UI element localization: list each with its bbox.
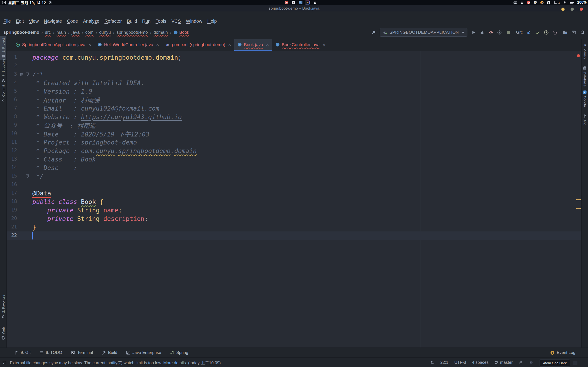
editor-tab[interactable]: CHelloWorldController.java× — [95, 39, 162, 51]
tool-stripe-commit[interactable]: Commit — [0, 83, 6, 104]
close-icon[interactable]: × — [266, 42, 269, 47]
caret-position[interactable]: 22:1 — [440, 360, 448, 365]
debug-bug-icon[interactable] — [480, 30, 485, 35]
code-line[interactable]: 21} — [7, 223, 581, 232]
tool-stripe-2-favorites[interactable]: 2: Favorites — [0, 293, 6, 320]
close-icon[interactable]: × — [322, 42, 325, 47]
file-encoding[interactable]: UTF-8 — [454, 360, 466, 365]
build-hammer-icon[interactable] — [371, 30, 376, 35]
wifi-icon[interactable] — [563, 1, 567, 5]
code-line[interactable]: 15 */ — [7, 172, 581, 181]
menu-code[interactable]: Code — [65, 18, 81, 26]
system-clock[interactable]: 星期二 五月 19, 14:12 — [8, 0, 46, 5]
cloud-sync-icon[interactable] — [540, 1, 544, 5]
menu-file[interactable]: File — [1, 18, 13, 26]
menu-build[interactable]: Build — [124, 18, 139, 26]
breadcrumb-item[interactable]: main — [57, 30, 66, 35]
tool-window-button-spring[interactable]: Spring — [170, 350, 188, 355]
indicator-icon[interactable] — [529, 360, 533, 365]
status-bell-icon[interactable] — [430, 360, 434, 365]
downloader-icon[interactable] — [547, 1, 551, 5]
tool-window-button-java-enterprise[interactable]: Java Enterprise — [126, 350, 161, 355]
code-line[interactable]: 4 * Created with IntelliJ IDEA. — [7, 79, 581, 87]
tool-stripe-database[interactable]: Database — [582, 64, 588, 88]
breadcrumb-item[interactable]: Book — [179, 30, 189, 35]
code-line[interactable]: 6 * Author : 村雨遥 — [7, 96, 581, 104]
close-icon[interactable]: × — [156, 42, 159, 47]
close-icon[interactable]: × — [88, 42, 91, 47]
tool-window-button-build[interactable]: Build — [102, 350, 117, 355]
code-line[interactable]: 18public class Book { — [7, 198, 581, 206]
minimize-button[interactable] — [561, 8, 565, 11]
code-line[interactable]: 19 private String name; — [7, 206, 581, 215]
code-line[interactable]: 17@Data — [7, 189, 581, 198]
editor-tab[interactable]: mpom.xml (springboot-demo)× — [162, 39, 234, 51]
git-branch-widget[interactable]: master — [494, 360, 513, 365]
rollback-icon[interactable] — [552, 30, 558, 35]
shield-check-icon[interactable] — [533, 1, 537, 5]
tool-window-switcher-icon[interactable] — [2, 360, 7, 365]
blue-app-icon[interactable] — [299, 0, 303, 5]
history-icon[interactable] — [544, 30, 549, 35]
code-line[interactable]: 16 — [7, 181, 581, 189]
code-line[interactable]: 10 * Date : 2020/5/19 下午12:03 — [7, 130, 581, 138]
menu-vcs[interactable]: VCS — [169, 18, 183, 26]
tool-stripe-codota[interactable]: Codota — [582, 88, 588, 109]
breadcrumb-item[interactable]: springbootdemo — [116, 30, 148, 35]
typora-app-icon[interactable]: T — [292, 0, 296, 5]
menu-view[interactable]: View — [26, 18, 41, 26]
breadcrumb-item[interactable]: cunyu — [99, 30, 111, 35]
qq-app-icon[interactable] — [313, 0, 317, 5]
fold-icon[interactable] — [25, 174, 29, 178]
qq-tray-icon[interactable] — [520, 1, 524, 5]
netease-music-app-icon[interactable] — [284, 0, 288, 5]
recent-windows-icon[interactable] — [562, 30, 568, 35]
breadcrumb-item[interactable]: src — [45, 30, 51, 35]
code-line[interactable]: 5 * Version : 1.0 — [7, 87, 581, 96]
menu-navigate[interactable]: Navigate — [41, 18, 65, 26]
breadcrumb-project[interactable]: springboot-demo — [3, 30, 39, 35]
tool-stripe-ant[interactable]: Ant — [582, 112, 588, 127]
mint-logo-icon[interactable] — [2, 0, 6, 5]
maximize-button[interactable] — [571, 8, 574, 11]
menu-tools[interactable]: Tools — [153, 18, 169, 26]
code-line[interactable]: 1package com.cunyu.springbootdemo.domain… — [7, 53, 581, 62]
run-play-icon[interactable] — [471, 30, 476, 35]
tool-window-button-9-git[interactable]: 9: Git — [14, 350, 31, 355]
git-update-icon[interactable] — [526, 30, 531, 35]
more-details-link[interactable]: More details. — [163, 361, 187, 365]
tool-stripe-7-structure[interactable]: 7: Structure — [0, 57, 6, 84]
code-line[interactable]: 20 private String description; — [7, 215, 581, 223]
code-line[interactable]: 9 * 公众号 : 村雨遥 — [7, 121, 581, 130]
tool-window-button-terminal[interactable]: Terminal — [71, 350, 93, 355]
breadcrumb-item[interactable]: com — [85, 30, 94, 35]
run-console-icon[interactable] — [571, 30, 577, 35]
window-titlebar[interactable]: springboot-demo – Book.java — [0, 5, 588, 11]
git-commit-icon[interactable] — [535, 30, 540, 35]
event-log-button[interactable]: 1 Event Log — [550, 348, 575, 358]
stop-icon[interactable] — [506, 30, 511, 35]
coverage-icon[interactable] — [497, 30, 502, 35]
code-line[interactable]: 11 * Project : springboot-demo — [7, 138, 581, 147]
menu-edit[interactable]: Edit — [13, 18, 26, 26]
run-configuration-select[interactable]: SPRINGBOOTDEMOAPPLICATION — [380, 28, 468, 37]
code-line[interactable]: 3/** — [7, 70, 581, 79]
menu-analyze[interactable]: Analyze — [80, 18, 102, 26]
menu-window[interactable]: Window — [183, 18, 205, 26]
indent-setting[interactable]: 4 spaces — [472, 360, 489, 365]
comment-marker-icon[interactable] — [19, 72, 24, 77]
code-line[interactable]: 7 * Email : cunyu1024@foxmail.com — [7, 104, 581, 113]
fold-icon[interactable] — [25, 72, 29, 76]
breadcrumb-item[interactable]: java — [72, 30, 80, 35]
menu-help[interactable]: Help — [205, 18, 219, 26]
keyboard-icon[interactable] — [513, 1, 517, 5]
code-line[interactable]: 22 — [7, 232, 581, 240]
code-line[interactable]: 13 * Class : Book — [7, 155, 581, 164]
corner-widget-icon[interactable] — [573, 361, 578, 365]
tool-stripe-maven[interactable]: mMaven — [582, 41, 588, 60]
editor-tab[interactable]: CBook.java× — [234, 39, 272, 51]
tool-stripe-1-project[interactable]: 1: Project — [0, 36, 6, 60]
intellij-idea-app-icon[interactable]: IJ — [306, 0, 310, 5]
code-editor[interactable]: 1package com.cunyu.springbootdemo.domain… — [7, 51, 581, 348]
lock-icon[interactable] — [519, 360, 523, 365]
